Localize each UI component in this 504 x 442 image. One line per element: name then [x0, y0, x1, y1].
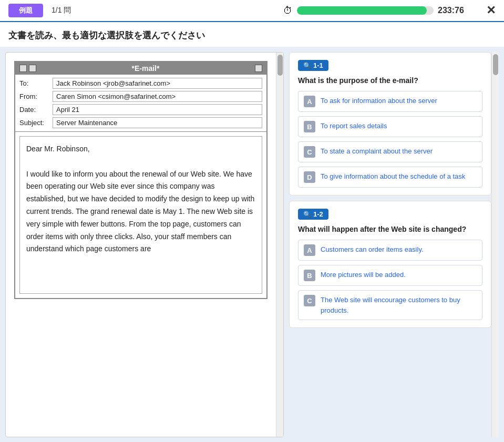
- right-scrollbar-thumb: [493, 54, 498, 75]
- progress-bar: [297, 6, 434, 15]
- email-fields: To: Jack Robinson <jrob@safarinet.com> F…: [15, 75, 266, 132]
- q-badge-1-2: 🔍 1-2: [298, 209, 328, 220]
- option-1-2-b[interactable]: B More pictures will be added.: [298, 265, 482, 286]
- option-text-1-2-a: Customers can order items easily.: [321, 244, 424, 255]
- options-list-1-1: A To ask for information about the serve…: [298, 91, 482, 188]
- q-badge-icon-1-2: 🔍: [303, 211, 311, 218]
- question-text-1-2: What will happen after the Web site is c…: [298, 225, 482, 233]
- question-card-1-2: 🔍 1-2 What will happen after the Web sit…: [289, 201, 491, 328]
- close-button[interactable]: ✕: [486, 4, 496, 17]
- from-row: From: Caren Simon <csimon@safarinet.com>: [19, 91, 262, 102]
- window-buttons: [19, 65, 36, 72]
- timer-icon: ⏱: [283, 5, 293, 16]
- option-text-1-1-b: To report sales details: [321, 121, 387, 131]
- right-panel: 🔍 1-1 What is the purpose of the e-mail?…: [289, 52, 499, 437]
- right-scrollbar[interactable]: [491, 52, 499, 437]
- question-header-1-2: 🔍 1-2: [298, 209, 482, 220]
- option-letter-c2: C: [304, 295, 315, 306]
- question-card-1-1: 🔍 1-1 What is the purpose of the e-mail?…: [289, 52, 491, 196]
- left-scrollbar[interactable]: [276, 53, 283, 437]
- option-1-1-c[interactable]: C To state a complaint about the server: [298, 141, 482, 162]
- question-count: 1/1 問: [52, 6, 71, 15]
- option-1-1-b[interactable]: B To report sales details: [298, 116, 482, 137]
- q-badge-label-1-1: 1-1: [313, 61, 323, 69]
- option-text-1-1-d: To give information about the schedule o…: [321, 171, 465, 182]
- date-value: April 21: [53, 104, 262, 115]
- option-1-2-c[interactable]: C The Web site will encourage customers …: [298, 290, 482, 320]
- window-btn-1[interactable]: [19, 65, 27, 72]
- from-value: Caren Simon <csimon@safarinet.com>: [53, 91, 262, 102]
- date-row: Date: April 21: [19, 104, 262, 115]
- email-content: *E-mail* To: Jack Robinson <jrob@safarin…: [6, 53, 276, 437]
- from-label: From:: [19, 92, 48, 100]
- email-title-bar: *E-mail*: [15, 62, 266, 75]
- email-title: *E-mail*: [40, 64, 251, 73]
- q-badge-icon-1-1: 🔍: [303, 62, 311, 69]
- subject-value: Server Maintenance: [53, 117, 262, 128]
- window-btn-2[interactable]: [29, 65, 36, 72]
- maximize-btn[interactable]: [255, 65, 262, 72]
- option-text-1-2-b: More pictures will be added.: [321, 270, 406, 280]
- email-body: Dear Mr. Robinson, I would like to infor…: [19, 136, 262, 294]
- to-label: To:: [19, 79, 48, 87]
- option-text-1-1-a: To ask for information about the server: [321, 96, 437, 106]
- progress-bar-fill: [297, 6, 427, 15]
- timer-count: 233:76: [438, 6, 469, 15]
- option-letter-a2: A: [304, 244, 315, 256]
- q-badge-label-1-2: 1-2: [313, 210, 323, 218]
- left-scrollbar-thumb: [277, 55, 283, 76]
- subject-label: Subject:: [19, 119, 48, 127]
- to-row: To: Jack Robinson <jrob@safarinet.com>: [19, 78, 262, 89]
- option-letter-b2: B: [304, 270, 315, 281]
- left-panel: *E-mail* To: Jack Robinson <jrob@safarin…: [5, 52, 284, 437]
- main-content: *E-mail* To: Jack Robinson <jrob@safarin…: [0, 47, 504, 442]
- options-list-1-2: A Customers can order items easily. B Mo…: [298, 240, 482, 320]
- to-value: Jack Robinson <jrob@safarinet.com>: [53, 78, 262, 89]
- option-text-1-2-c: The Web site will encourage customers to…: [321, 295, 477, 315]
- header: 例題 1/1 問 ⏱ 233:76 ✕: [0, 0, 504, 22]
- subject-row: Subject: Server Maintenance: [19, 117, 262, 128]
- question-text-1-1: What is the purpose of the e-mail?: [298, 76, 482, 85]
- option-letter-b: B: [304, 121, 315, 132]
- date-label: Date:: [19, 106, 48, 114]
- option-letter-d: D: [304, 171, 315, 183]
- option-1-1-a[interactable]: A To ask for information about the serve…: [298, 91, 482, 112]
- option-1-1-d[interactable]: D To give information about the schedule…: [298, 167, 482, 188]
- example-badge: 例題: [8, 4, 43, 17]
- question-header-1-1: 🔍 1-1: [298, 60, 482, 71]
- option-letter-a: A: [304, 96, 315, 107]
- page-title: 文書を読み、最も適切な選択肢を選んでください: [0, 22, 504, 47]
- q-badge-1-1: 🔍 1-1: [298, 60, 328, 71]
- timer-area: ⏱ 233:76: [283, 5, 469, 16]
- questions-area: 🔍 1-1 What is the purpose of the e-mail?…: [289, 52, 491, 437]
- option-text-1-1-c: To state a complaint about the server: [321, 146, 433, 157]
- option-1-2-a[interactable]: A Customers can order items easily.: [298, 240, 482, 261]
- option-letter-c: C: [304, 146, 315, 158]
- email-box: *E-mail* To: Jack Robinson <jrob@safarin…: [14, 61, 268, 299]
